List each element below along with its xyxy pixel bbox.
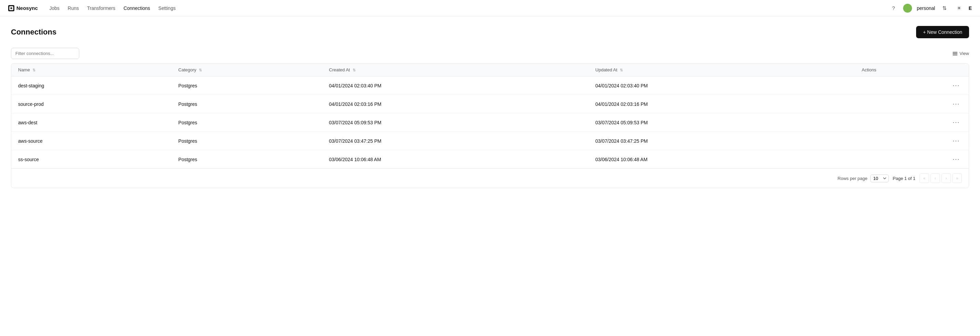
page-info: Page 1 of 1 [893, 176, 916, 181]
connections-table-wrap: Name ⇅ Category ⇅ Created At ⇅ Updated A… [11, 63, 969, 188]
col-created-at[interactable]: Created At ⇅ [322, 63, 589, 76]
cell-updated-at: 03/06/2024 10:06:48 AM [589, 150, 855, 169]
cell-name: aws-source [11, 132, 172, 150]
table-body: dest-staging Postgres 04/01/2024 02:03:4… [11, 76, 969, 169]
cell-name: ss-source [11, 150, 172, 169]
cell-actions: ··· [855, 95, 969, 113]
sort-created-icon: ⇅ [353, 68, 356, 72]
cell-created-at: 04/01/2024 02:03:40 PM [322, 76, 589, 95]
table-row: aws-dest Postgres 03/07/2024 05:09:53 PM… [11, 113, 969, 132]
sort-name-icon: ⇅ [32, 68, 35, 72]
cell-category: Postgres [172, 132, 322, 150]
table-row: dest-staging Postgres 04/01/2024 02:03:4… [11, 76, 969, 95]
first-page-button[interactable]: « [920, 173, 929, 183]
nav-runs[interactable]: Runs [64, 4, 82, 13]
cell-name: source-prod [11, 95, 172, 113]
nav-settings[interactable]: Settings [155, 4, 179, 13]
last-page-button[interactable]: » [952, 173, 962, 183]
rows-per-page-select[interactable]: 10 20 50 100 [870, 174, 889, 182]
user-name: personal [917, 5, 935, 11]
col-name[interactable]: Name ⇅ [11, 63, 172, 76]
cell-created-at: 04/01/2024 02:03:16 PM [322, 95, 589, 113]
toolbar: View [11, 48, 969, 59]
row-actions-button[interactable]: ··· [951, 100, 962, 108]
user-initial: E [969, 5, 972, 11]
col-actions: Actions [855, 63, 969, 76]
cell-category: Postgres [172, 113, 322, 132]
rows-per-page-label: Rows per page [837, 176, 867, 181]
view-icon [952, 51, 958, 56]
cell-updated-at: 04/01/2024 02:03:16 PM [589, 95, 855, 113]
col-category[interactable]: Category ⇅ [172, 63, 322, 76]
theme-toggle-icon[interactable]: ☀ [955, 3, 964, 13]
pagination: Rows per page 10 20 50 100 Page 1 of 1 «… [11, 168, 969, 188]
new-connection-button[interactable]: + New Connection [916, 26, 969, 38]
cell-name: dest-staging [11, 76, 172, 95]
cell-created-at: 03/07/2024 05:09:53 PM [322, 113, 589, 132]
cell-actions: ··· [855, 113, 969, 132]
view-label: View [959, 51, 969, 56]
cell-actions: ··· [855, 76, 969, 95]
filter-input[interactable] [11, 48, 79, 59]
chevron-up-down-icon[interactable]: ⇅ [940, 3, 950, 13]
cell-created-at: 03/06/2024 10:06:48 AM [322, 150, 589, 169]
cell-actions: ··· [855, 150, 969, 169]
cell-category: Postgres [172, 150, 322, 169]
nav-jobs[interactable]: Jobs [46, 4, 63, 13]
cell-updated-at: 03/07/2024 05:09:53 PM [589, 113, 855, 132]
row-actions-button[interactable]: ··· [951, 81, 962, 90]
row-actions-button[interactable]: ··· [951, 136, 962, 145]
logo-icon [8, 5, 14, 11]
view-button[interactable]: View [952, 51, 969, 56]
cell-updated-at: 03/07/2024 03:47:25 PM [589, 132, 855, 150]
next-page-button[interactable]: › [942, 173, 951, 183]
cell-category: Postgres [172, 76, 322, 95]
table-head: Name ⇅ Category ⇅ Created At ⇅ Updated A… [11, 63, 969, 76]
avatar [903, 4, 912, 13]
prev-page-button[interactable]: ‹ [931, 173, 940, 183]
svg-rect-2 [953, 53, 958, 54]
cell-actions: ··· [855, 132, 969, 150]
navbar: Neosync Jobs Runs Transformers Connectio… [0, 0, 980, 16]
cell-category: Postgres [172, 95, 322, 113]
page-title: Connections [11, 28, 56, 36]
row-actions-button[interactable]: ··· [951, 155, 962, 163]
logo-text: Neosync [16, 5, 38, 11]
page-nav-group: « ‹ › » [920, 173, 962, 183]
page: Connections + New Connection View Name ⇅… [0, 16, 980, 198]
help-icon[interactable]: ? [889, 3, 898, 13]
rows-per-page: Rows per page 10 20 50 100 [837, 174, 888, 182]
connections-table: Name ⇅ Category ⇅ Created At ⇅ Updated A… [11, 63, 969, 168]
col-updated-at[interactable]: Updated At ⇅ [589, 63, 855, 76]
cell-updated-at: 04/01/2024 02:03:40 PM [589, 76, 855, 95]
row-actions-button[interactable]: ··· [951, 118, 962, 127]
cell-name: aws-dest [11, 113, 172, 132]
svg-rect-1 [953, 52, 958, 52]
main-nav: Jobs Runs Transformers Connections Setti… [46, 4, 179, 13]
nav-connections[interactable]: Connections [120, 4, 154, 13]
table-row: source-prod Postgres 04/01/2024 02:03:16… [11, 95, 969, 113]
navbar-right: ? personal ⇅ ☀ E [889, 3, 972, 13]
nav-transformers[interactable]: Transformers [84, 4, 119, 13]
logo: Neosync [8, 5, 38, 11]
cell-created-at: 03/07/2024 03:47:25 PM [322, 132, 589, 150]
sort-updated-icon: ⇅ [620, 68, 623, 72]
table-row: aws-source Postgres 03/07/2024 03:47:25 … [11, 132, 969, 150]
svg-rect-3 [953, 55, 958, 55]
table-row: ss-source Postgres 03/06/2024 10:06:48 A… [11, 150, 969, 169]
page-header: Connections + New Connection [11, 26, 969, 38]
sort-category-icon: ⇅ [199, 68, 202, 72]
